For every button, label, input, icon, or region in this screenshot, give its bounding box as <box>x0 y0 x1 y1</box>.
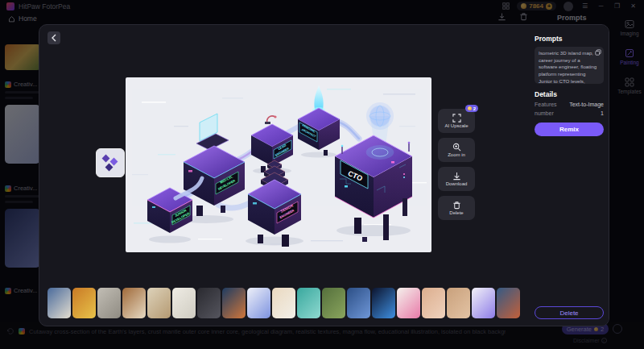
prompt-box[interactable]: Isometric 3D island map, career journey … <box>535 47 604 84</box>
details-title: Details <box>535 90 604 98</box>
strip-thumbnail[interactable] <box>322 288 345 318</box>
prompts-title: Prompts <box>535 35 604 43</box>
strip-thumbnail[interactable] <box>447 288 470 318</box>
strip-thumbnail[interactable] <box>97 288 121 318</box>
prompt-text: Isometric 3D island map, career journey … <box>539 50 600 84</box>
strip-thumbnail[interactable] <box>372 288 395 318</box>
detail-row-number: number 1 <box>535 110 604 116</box>
variant-thumbnail-preview <box>100 152 121 173</box>
strip-thumbnail[interactable] <box>222 288 246 318</box>
upscale-icon <box>452 114 461 123</box>
strip-thumbnail[interactable] <box>397 288 420 318</box>
download-button[interactable]: Download <box>438 167 475 191</box>
strip-thumbnail[interactable] <box>247 288 270 318</box>
image-actions: 2 AI Upscale Zoom in Download Delete <box>438 109 475 220</box>
strip-thumbnail[interactable] <box>197 288 221 318</box>
strip-thumbnail[interactable] <box>122 288 146 318</box>
strip-thumbnail[interactable] <box>72 288 96 318</box>
strip-thumbnail[interactable] <box>147 288 171 318</box>
detail-row-features: Features Text-to-Image <box>535 102 604 107</box>
zoom-in-icon <box>452 143 461 152</box>
strip-thumbnail[interactable] <box>297 288 320 318</box>
strip-thumbnail[interactable] <box>172 288 196 318</box>
ai-upscale-button[interactable]: 2 AI Upscale <box>438 109 475 133</box>
trash-icon <box>452 201 461 210</box>
image-viewer-modal: JUNIOR DEVELOPER MID-LVL DEVELOPER <box>39 24 609 326</box>
main-image: JUNIOR DEVELOPER MID-LVL DEVELOPER <box>126 77 431 252</box>
coin-icon <box>468 106 472 110</box>
download-icon <box>452 172 461 181</box>
strip-thumbnail[interactable] <box>497 288 520 318</box>
delete-image-button[interactable]: Delete <box>535 306 604 319</box>
app-window: HitPaw FotorPea 7864 + ☰ ─ ❐ ✕ Home Prom… <box>0 0 644 349</box>
strip-thumbnail[interactable] <box>472 288 495 318</box>
remix-button[interactable]: Remix <box>535 123 604 136</box>
strip-thumbnail[interactable] <box>347 288 370 318</box>
variant-thumbnail-selected[interactable] <box>96 148 125 177</box>
copy-icon[interactable] <box>595 49 601 56</box>
strip-thumbnail[interactable] <box>422 288 445 318</box>
strip-thumbnail[interactable] <box>47 288 71 318</box>
delete-button[interactable]: Delete <box>438 196 475 220</box>
zoom-in-button[interactable]: Zoom in <box>438 138 475 162</box>
back-button[interactable] <box>47 31 60 44</box>
chevron-left-icon <box>51 34 57 42</box>
thumbnail-strip <box>47 288 520 318</box>
details-panel: Prompts Isometric 3D island map, career … <box>528 25 609 326</box>
upscale-cost-badge: 2 <box>465 105 478 112</box>
strip-thumbnail[interactable] <box>272 288 295 318</box>
